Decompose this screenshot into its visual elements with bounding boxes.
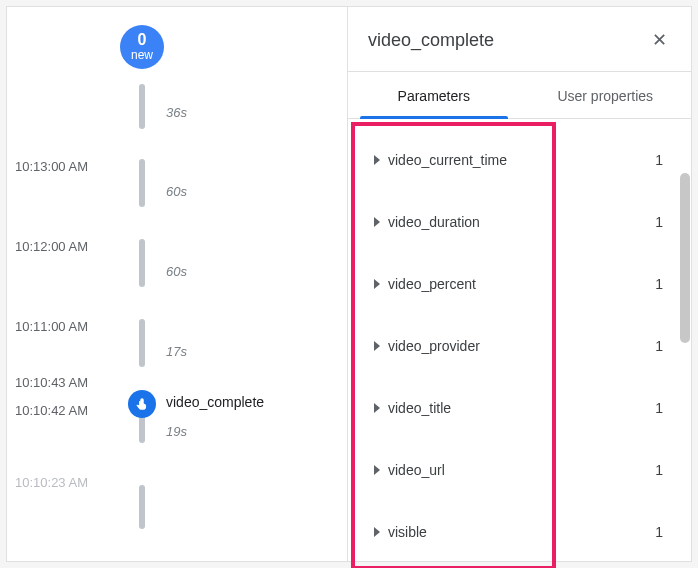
gap-label: 17s (166, 344, 187, 359)
parameter-row-left: video_current_time (356, 152, 507, 168)
gap-label: 60s (166, 264, 187, 279)
parameter-count: 1 (655, 462, 673, 478)
tabs: Parameters User properties (348, 72, 691, 119)
parameter-row[interactable]: video_current_time1 (356, 129, 673, 191)
caret-right-icon (374, 465, 380, 475)
timeline-segment (139, 159, 145, 207)
parameter-count: 1 (655, 276, 673, 292)
timeline-segment (139, 84, 145, 129)
caret-right-icon (374, 155, 380, 165)
parameter-row-left: visible (356, 524, 427, 540)
parameter-row[interactable]: video_url1 (356, 439, 673, 501)
parameter-name: video_url (388, 462, 445, 478)
timeline-segment (139, 319, 145, 367)
parameter-name: video_percent (388, 276, 476, 292)
detail-header: video_complete ✕ (348, 7, 691, 72)
detail-panel: video_complete ✕ Parameters User propert… (348, 7, 691, 561)
parameter-count: 1 (655, 524, 673, 540)
caret-right-icon (374, 341, 380, 351)
scrollbar-thumb[interactable] (680, 173, 690, 343)
parameter-row[interactable]: video_duration1 (356, 191, 673, 253)
time-label: 10:13:00 AM (15, 159, 88, 174)
close-icon[interactable]: ✕ (648, 25, 671, 55)
caret-right-icon (374, 403, 380, 413)
parameter-row[interactable]: visible1 (356, 501, 673, 563)
gap-label: 60s (166, 184, 187, 199)
time-label: 10:12:00 AM (15, 239, 88, 254)
timeline-track (139, 69, 145, 561)
parameter-row-left: video_provider (356, 338, 480, 354)
event-name[interactable]: video_complete (166, 394, 264, 410)
parameter-row-left: video_title (356, 400, 451, 416)
parameters-list: video_current_time1video_duration1video_… (348, 119, 691, 568)
timeline-panel: 0 new 10:13:00 AM10:12:00 AM10:11:00 AM1… (7, 7, 348, 561)
parameter-name: visible (388, 524, 427, 540)
parameter-name: video_title (388, 400, 451, 416)
timeline-segment (139, 485, 145, 529)
caret-right-icon (374, 217, 380, 227)
touch-event-icon[interactable] (128, 390, 156, 418)
parameter-row-left: video_percent (356, 276, 476, 292)
parameter-row-left: video_url (356, 462, 445, 478)
parameter-count: 1 (655, 214, 673, 230)
detail-title: video_complete (368, 30, 494, 51)
time-label: 10:10:23 AM (15, 475, 88, 490)
parameter-row[interactable]: video_provider1 (356, 315, 673, 377)
time-label: 10:10:43 AM (15, 375, 88, 390)
parameter-count: 1 (655, 400, 673, 416)
gap-label: 36s (166, 105, 187, 120)
time-label: 10:10:42 AM (15, 403, 88, 418)
caret-right-icon (374, 527, 380, 537)
parameter-count: 1 (655, 338, 673, 354)
gap-label: 19s (166, 424, 187, 439)
parameter-name: video_provider (388, 338, 480, 354)
parameter-row-left: video_duration (356, 214, 480, 230)
parameter-count: 1 (655, 152, 673, 168)
time-label: 10:11:00 AM (15, 319, 88, 334)
new-events-badge[interactable]: 0 new (120, 25, 164, 69)
new-label: new (131, 49, 153, 62)
tab-user-properties[interactable]: User properties (520, 72, 692, 118)
parameter-name: video_duration (388, 214, 480, 230)
parameter-name: video_current_time (388, 152, 507, 168)
parameter-row[interactable]: video_percent1 (356, 253, 673, 315)
caret-right-icon (374, 279, 380, 289)
new-count: 0 (138, 32, 147, 49)
parameter-row[interactable]: video_title1 (356, 377, 673, 439)
tab-parameters[interactable]: Parameters (348, 72, 520, 118)
timeline-segment (139, 239, 145, 287)
app-frame: 0 new 10:13:00 AM10:12:00 AM10:11:00 AM1… (6, 6, 692, 562)
